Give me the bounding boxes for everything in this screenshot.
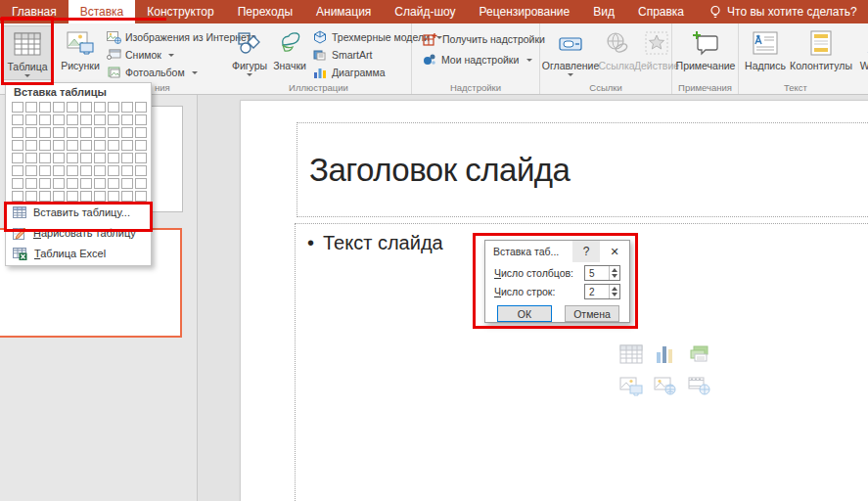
rows-spinbox[interactable]: 2: [584, 284, 620, 299]
grid-cell[interactable]: [39, 165, 51, 176]
cancel-button[interactable]: Отмена: [565, 305, 619, 322]
tab-transitions[interactable]: Переходы: [226, 0, 304, 23]
grid-cell[interactable]: [53, 165, 65, 176]
spin-up-icon[interactable]: [612, 268, 617, 272]
grid-cell[interactable]: [25, 165, 37, 176]
grid-cell[interactable]: [53, 102, 65, 113]
tell-me-box[interactable]: Что вы хотите сделать?: [709, 0, 857, 23]
spin-down-icon[interactable]: [612, 274, 617, 278]
columns-spinbox[interactable]: 5: [584, 265, 620, 281]
tab-review[interactable]: Рецензирование: [468, 0, 582, 23]
grid-cell[interactable]: [80, 102, 92, 113]
icons-button[interactable]: Значки: [270, 25, 309, 80]
tab-design[interactable]: Конструктор: [135, 0, 225, 23]
grid-cell[interactable]: [108, 153, 119, 163]
grid-cell[interactable]: [25, 127, 37, 138]
dialog-close-button[interactable]: ✕: [600, 241, 629, 262]
grid-cell[interactable]: [94, 165, 106, 176]
grid-cell[interactable]: [94, 140, 106, 151]
spin-down-icon[interactable]: [612, 293, 617, 296]
get-addins-button[interactable]: Получить надстройки: [423, 32, 545, 46]
grid-cell[interactable]: [39, 140, 51, 151]
grid-cell[interactable]: [108, 114, 119, 125]
grid-cell[interactable]: [121, 191, 133, 202]
grid-cell[interactable]: [67, 102, 78, 113]
grid-cell[interactable]: [53, 127, 65, 138]
grid-cell[interactable]: [108, 165, 119, 176]
grid-cell[interactable]: [80, 140, 92, 151]
grid-cell[interactable]: [53, 153, 65, 163]
grid-cell[interactable]: [80, 178, 92, 189]
tab-insert[interactable]: Вставка: [69, 0, 136, 23]
grid-cell[interactable]: [80, 153, 92, 163]
grid-cell[interactable]: [39, 178, 51, 189]
tab-slideshow[interactable]: Слайд-шоу: [383, 0, 467, 23]
grid-cell[interactable]: [39, 102, 51, 113]
insert-chart-placeholder-icon[interactable]: [654, 344, 677, 364]
grid-cell[interactable]: [53, 191, 65, 202]
grid-cell[interactable]: [108, 102, 119, 113]
grid-cell[interactable]: [67, 165, 78, 176]
tab-view[interactable]: Вид: [581, 0, 626, 23]
grid-cell[interactable]: [25, 114, 37, 125]
columns-value[interactable]: 5: [585, 266, 609, 280]
grid-cell[interactable]: [25, 140, 37, 151]
grid-cell[interactable]: [94, 127, 106, 138]
online-pictures-placeholder-icon[interactable]: [654, 377, 677, 396]
rows-value[interactable]: 2: [585, 285, 609, 298]
grid-cell[interactable]: [94, 114, 106, 125]
wordart-button[interactable]: WordArt: [853, 25, 868, 80]
grid-cell[interactable]: [94, 153, 106, 163]
grid-cell[interactable]: [67, 127, 78, 138]
grid-cell[interactable]: [121, 114, 133, 125]
grid-cell[interactable]: [80, 191, 92, 202]
header-footer-button[interactable]: Колонтитулы: [789, 25, 853, 80]
grid-cell[interactable]: [67, 153, 78, 163]
grid-cell[interactable]: [25, 178, 37, 189]
grid-cell[interactable]: [108, 178, 119, 189]
grid-cell[interactable]: [135, 165, 147, 176]
grid-cell[interactable]: [53, 114, 65, 125]
grid-cell[interactable]: [12, 153, 23, 163]
grid-cell[interactable]: [53, 140, 65, 151]
grid-cell[interactable]: [121, 102, 133, 113]
grid-cell[interactable]: [12, 140, 23, 151]
grid-cell[interactable]: [135, 153, 147, 163]
grid-cell[interactable]: [12, 114, 23, 125]
grid-cell[interactable]: [121, 140, 133, 151]
excel-table-menu-item[interactable]: Таблица Excel: [6, 244, 151, 263]
insert-table-placeholder-icon[interactable]: [619, 344, 643, 364]
grid-cell[interactable]: [80, 114, 92, 125]
grid-cell[interactable]: [135, 178, 147, 189]
grid-cell[interactable]: [135, 114, 147, 125]
grid-cell[interactable]: [67, 191, 78, 202]
insert-video-placeholder-icon[interactable]: [688, 377, 711, 396]
grid-cell[interactable]: [12, 191, 23, 202]
pictures-button[interactable]: Рисунки: [58, 25, 103, 80]
grid-cell[interactable]: [39, 127, 51, 138]
my-addins-button[interactable]: Мои надстройки: [423, 53, 545, 66]
dialog-titlebar[interactable]: Вставка таб... ? ✕: [485, 241, 629, 262]
grid-cell[interactable]: [80, 127, 92, 138]
rows-spinner-arrows[interactable]: [609, 285, 619, 298]
tab-animations[interactable]: Анимация: [304, 0, 383, 23]
grid-cell[interactable]: [39, 114, 51, 125]
grid-cell[interactable]: [94, 102, 106, 113]
grid-cell[interactable]: [25, 102, 37, 113]
grid-cell[interactable]: [67, 178, 78, 189]
draw-table-menu-item[interactable]: Нарисовать таблицу: [6, 223, 151, 243]
grid-cell[interactable]: [12, 165, 23, 176]
grid-cell[interactable]: [12, 102, 23, 113]
grid-cell[interactable]: [108, 127, 119, 138]
grid-cell[interactable]: [53, 178, 65, 189]
toc-button[interactable]: Оглавление: [543, 25, 598, 80]
grid-cell[interactable]: [25, 191, 37, 202]
textbox-button[interactable]: Надпись: [742, 25, 789, 80]
insert-pictures-placeholder-icon[interactable]: [619, 377, 643, 396]
grid-cell[interactable]: [135, 102, 147, 113]
grid-cell[interactable]: [12, 178, 23, 189]
tab-help[interactable]: Справка: [626, 0, 696, 23]
grid-cell[interactable]: [135, 127, 147, 138]
grid-cell[interactable]: [121, 127, 133, 138]
shapes-button[interactable]: Фигуры: [229, 25, 270, 80]
